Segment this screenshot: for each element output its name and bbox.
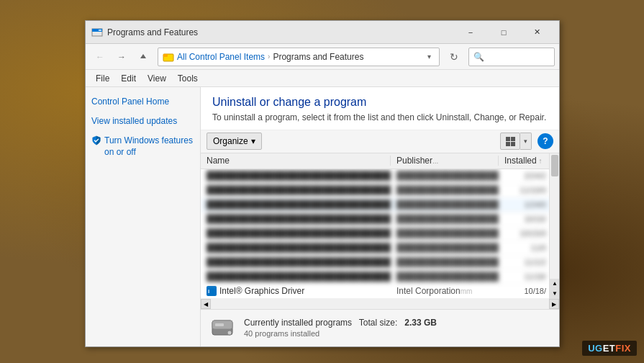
search-bar[interactable]: 🔍 bbox=[468, 48, 555, 66]
row-publisher-intel: Intel Corporationmm bbox=[391, 286, 499, 296]
forward-button[interactable]: → bbox=[112, 47, 132, 67]
list-header: Name Publisher... Installed ↑ bbox=[201, 153, 559, 169]
view-icon bbox=[506, 137, 515, 146]
help-button[interactable]: ? bbox=[538, 133, 553, 149]
list-item[interactable]: ████████████████████████████████████ ███… bbox=[201, 256, 559, 270]
list-item[interactable]: ████████████████████████████████████████… bbox=[201, 198, 559, 212]
row-publisher: ████████████████████ bbox=[391, 171, 499, 181]
svg-rect-9 bbox=[511, 142, 515, 146]
list-item[interactable]: ████████████████████████████████████ ███… bbox=[201, 212, 559, 227]
svg-point-3 bbox=[99, 30, 100, 31]
program-list[interactable]: Name Publisher... Installed ↑ ███ bbox=[201, 153, 559, 299]
watermark-fix: FIX bbox=[615, 343, 631, 354]
status-size-prefix: Total size: bbox=[359, 318, 397, 328]
sidebar-windows-features[interactable]: Turn Windows features on or off bbox=[91, 135, 194, 159]
breadcrumb-current: Programs and Features bbox=[273, 52, 363, 62]
row-name: ████████████████████████████████████ bbox=[201, 214, 391, 224]
scroll-down-button[interactable]: ▼ bbox=[550, 289, 559, 299]
window-title: Programs and Features bbox=[107, 27, 454, 37]
vertical-scrollbar[interactable]: ▲ ▼ bbox=[549, 153, 559, 299]
up-button[interactable] bbox=[133, 47, 153, 67]
page-description: To uninstall a program, select it from t… bbox=[212, 112, 548, 124]
menu-view[interactable]: View bbox=[142, 70, 172, 87]
row-installed: 10/15/0 bbox=[499, 229, 549, 238]
scroll-track[interactable] bbox=[211, 299, 549, 309]
row-name: ████████████████████████████████ bbox=[201, 171, 391, 181]
view-dropdown-button[interactable]: ▾ bbox=[520, 133, 532, 150]
row-installed: 11/0 bbox=[499, 243, 549, 252]
shield-icon bbox=[91, 135, 101, 145]
column-publisher[interactable]: Publisher... bbox=[391, 156, 499, 166]
row-publisher: ████████████████████ bbox=[391, 243, 499, 253]
view-button[interactable] bbox=[500, 133, 520, 150]
row-name: ████████████████████████████████████████… bbox=[201, 243, 391, 253]
row-installed: 10/10/ bbox=[499, 215, 549, 223]
list-item[interactable]: ████████████████████████████████████████… bbox=[201, 227, 559, 241]
status-label: Currently installed programs bbox=[244, 318, 352, 328]
scroll-up-button[interactable]: ▲ bbox=[550, 279, 559, 289]
row-publisher: ████████████████████ bbox=[391, 214, 499, 224]
row-name-intel: i Intel® Graphics Driver bbox=[201, 286, 391, 296]
sidebar-control-panel-home[interactable]: Control Panel Home bbox=[91, 96, 194, 108]
list-item[interactable]: ████████████████████████████████████████… bbox=[201, 241, 559, 256]
close-button[interactable]: ✕ bbox=[520, 21, 553, 44]
row-publisher: ██████████████████████████ bbox=[391, 228, 499, 238]
row-installed-intel: 10/18/ bbox=[499, 287, 549, 295]
list-item[interactable]: ███████████████████████████████████████ … bbox=[201, 184, 559, 198]
scroll-right-button[interactable]: ▶ bbox=[549, 299, 559, 309]
svg-rect-15 bbox=[215, 323, 224, 326]
svg-rect-8 bbox=[506, 142, 510, 146]
hdd-icon bbox=[209, 315, 235, 341]
minimize-button[interactable]: − bbox=[454, 21, 487, 44]
status-main-text: Currently installed programs Total size:… bbox=[244, 318, 437, 328]
maximize-button[interactable]: □ bbox=[487, 21, 520, 44]
svg-point-14 bbox=[227, 331, 232, 335]
sidebar-features-label: Turn Windows features on or off bbox=[104, 135, 194, 159]
status-total-size: 2.33 GB bbox=[404, 318, 437, 328]
installed-col-label: Installed bbox=[504, 156, 537, 166]
sidebar-view-updates[interactable]: View installed updates bbox=[91, 115, 194, 127]
menu-file[interactable]: File bbox=[90, 70, 115, 87]
list-item[interactable]: ████████████████████████████████████████… bbox=[201, 270, 559, 284]
refresh-button[interactable]: ↻ bbox=[444, 47, 464, 67]
row-name: ████████████████████████████████████████ bbox=[201, 272, 391, 282]
column-name[interactable]: Name bbox=[201, 156, 391, 166]
address-dropdown-button[interactable]: ▾ bbox=[423, 48, 435, 66]
row-name: ████████████████████████████████████ bbox=[201, 257, 391, 267]
search-icon: 🔍 bbox=[473, 52, 484, 62]
list-item[interactable]: ████████████████████████████████ ███████… bbox=[201, 169, 559, 184]
watermark-ug: UG bbox=[588, 343, 603, 354]
nav-bar: ← → All Control Panel Items › Programs a… bbox=[86, 44, 559, 70]
window-icon bbox=[91, 27, 103, 38]
watermark-et: ET bbox=[603, 343, 616, 354]
address-icon bbox=[163, 51, 174, 63]
status-sub-text: 40 programs installed bbox=[244, 329, 437, 338]
back-button[interactable]: ← bbox=[90, 47, 110, 67]
breadcrumb-root[interactable]: All Control Panel Items bbox=[177, 52, 265, 62]
row-name: ████████████████████████████████████████ bbox=[201, 200, 391, 210]
window-controls: − □ ✕ bbox=[454, 21, 553, 44]
row-installed: 2/24/2 bbox=[499, 171, 549, 180]
content-area: Uninstall or change a program To uninsta… bbox=[201, 87, 559, 346]
organize-button[interactable]: Organize ▾ bbox=[207, 133, 262, 150]
status-text: Currently installed programs Total size:… bbox=[244, 318, 437, 338]
title-bar: Programs and Features − □ ✕ bbox=[86, 21, 559, 44]
row-publisher: ████████████████████ bbox=[391, 185, 499, 195]
row-publisher: ████████████████████ bbox=[391, 257, 499, 267]
content-header: Uninstall or change a program To uninsta… bbox=[201, 87, 559, 130]
address-bar[interactable]: All Control Panel Items › Programs and F… bbox=[158, 48, 440, 66]
svg-rect-7 bbox=[511, 137, 515, 141]
menu-tools[interactable]: Tools bbox=[172, 70, 204, 87]
svg-rect-6 bbox=[506, 137, 510, 141]
scroll-left-button[interactable]: ◀ bbox=[201, 299, 211, 309]
list-item-intel[interactable]: i Intel® Graphics Driver Intel Corporati… bbox=[201, 284, 559, 299]
row-publisher: ████████████████████ bbox=[391, 272, 499, 282]
breadcrumb: All Control Panel Items › Programs and F… bbox=[177, 52, 423, 62]
menu-edit[interactable]: Edit bbox=[115, 70, 142, 87]
program-icon: i bbox=[207, 286, 217, 296]
horizontal-scrollbar[interactable]: ◀ ▶ bbox=[201, 299, 559, 309]
page-title: Uninstall or change a program bbox=[212, 96, 548, 109]
organize-label: Organize bbox=[213, 136, 248, 146]
scrollbar-thumb[interactable] bbox=[551, 155, 558, 176]
column-installed[interactable]: Installed ↑ bbox=[499, 156, 549, 166]
